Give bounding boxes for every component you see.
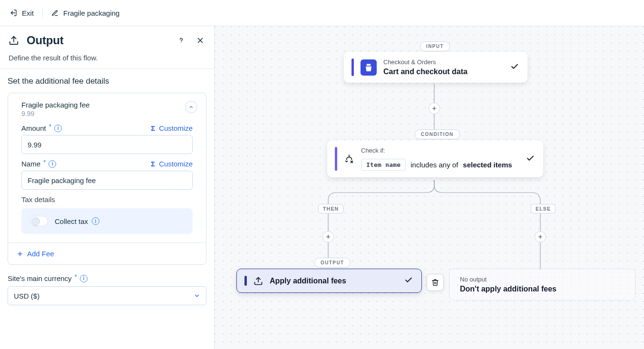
output-icon (254, 276, 263, 286)
required-mark: * (49, 123, 51, 130)
else-label: ELSE (531, 204, 556, 213)
sigma-icon: Σ (151, 124, 155, 132)
info-icon[interactable]: i (80, 275, 88, 282)
add-else-node-button[interactable] (535, 231, 546, 242)
add-fee-label: Add Fee (27, 250, 54, 258)
tax-section-label: Tax details (21, 195, 193, 204)
add-fee-button[interactable]: Add Fee (8, 242, 206, 264)
close-button[interactable] (195, 35, 205, 46)
fee-card: Fragile packaging fee 9.99 Amount * (8, 93, 206, 265)
help-button[interactable] (176, 35, 186, 46)
input-node[interactable]: Checkout & Orders Cart and checkout data (344, 52, 527, 83)
no-output-node[interactable]: No output Don't apply additional fees (449, 269, 635, 301)
add-then-node-button[interactable] (322, 231, 334, 242)
output-tag: OUTPUT (314, 258, 351, 268)
no-output-title: Don't apply additional fees (460, 285, 624, 293)
branch-icon (344, 154, 354, 164)
customize-label: Customize (159, 160, 193, 168)
condition-tag: CONDITION (415, 129, 460, 139)
input-sub: Checkout & Orders (383, 58, 468, 66)
amount-input[interactable] (21, 135, 193, 154)
panel-title: Output (27, 34, 168, 47)
exit-button[interactable]: Exit (10, 9, 34, 17)
check-icon (396, 276, 413, 286)
currency-label: Site's main currency (8, 274, 72, 282)
fee-name-preview: Fragile packaging fee (21, 101, 185, 109)
node-accent (335, 147, 337, 171)
delete-output-button[interactable] (427, 274, 444, 291)
flow-title-label: Fragile packaging (63, 9, 119, 17)
chevron-down-icon (194, 292, 200, 299)
node-accent (351, 58, 354, 76)
required-mark: * (75, 273, 77, 281)
divider (42, 8, 43, 18)
section-title: Set the additional fee details (8, 77, 206, 86)
exit-icon (10, 9, 17, 17)
output-node[interactable]: Apply additional fees (236, 269, 422, 293)
condition-end: selected items (463, 161, 512, 169)
condition-node[interactable]: Check if: Item name includes any of sele… (327, 140, 543, 177)
condition-chip: Item name (361, 159, 406, 171)
side-panel: Output Define the result of this flow. S… (0, 26, 215, 349)
amount-label: Amount (21, 124, 46, 132)
panel-subtitle: Define the result of this flow. (9, 54, 205, 62)
currency-select[interactable]: USD ($) (8, 286, 206, 305)
check-icon (502, 62, 519, 72)
input-tag: INPUT (420, 41, 450, 51)
name-input[interactable] (21, 171, 193, 190)
collect-tax-toggle[interactable] (30, 216, 48, 226)
info-icon[interactable]: i (92, 217, 99, 225)
node-accent (244, 276, 247, 286)
currency-value: USD ($) (14, 292, 39, 300)
check-icon (517, 154, 535, 164)
pencil-icon (51, 10, 59, 17)
customize-label: Customize (159, 124, 193, 132)
info-icon[interactable]: i (54, 125, 62, 132)
sigma-icon: Σ (151, 160, 155, 168)
info-icon[interactable]: i (49, 160, 56, 168)
output-icon (9, 35, 19, 46)
condition-mid: includes any of (410, 161, 458, 169)
customize-name-button[interactable]: Σ Customize (151, 160, 193, 168)
flow-canvas[interactable]: INPUT Checkout & Orders Cart and checkou… (215, 26, 644, 349)
exit-label: Exit (22, 9, 34, 17)
name-label: Name (21, 160, 40, 168)
then-label: THEN (318, 204, 343, 213)
required-mark: * (43, 158, 46, 166)
flow-title-button[interactable]: Fragile packaging (51, 9, 119, 17)
shopping-bag-icon (361, 59, 377, 76)
no-output-sub: No output (460, 276, 624, 283)
collapse-button[interactable] (185, 101, 197, 113)
add-node-button[interactable] (429, 103, 440, 114)
fee-amount-preview: 9.99 (21, 110, 185, 117)
tax-box: Collect tax i (21, 208, 193, 234)
customize-amount-button[interactable]: Σ Customize (151, 124, 193, 132)
output-title: Apply additional fees (270, 277, 346, 285)
input-title: Cart and checkout data (383, 68, 468, 76)
check-if-label: Check if: (361, 147, 512, 154)
collect-tax-label: Collect tax (55, 217, 88, 225)
